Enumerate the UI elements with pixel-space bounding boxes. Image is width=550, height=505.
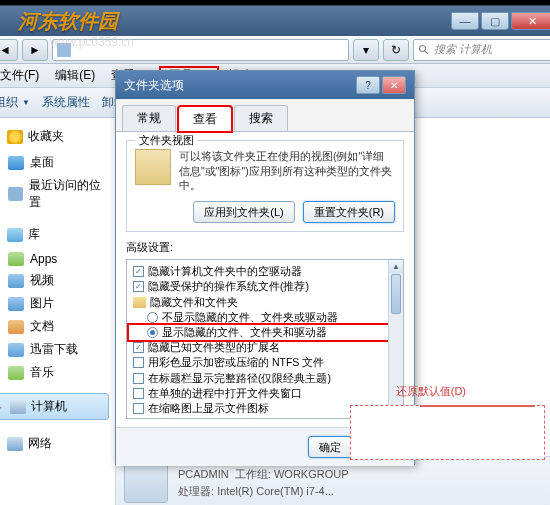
computer-large-icon xyxy=(124,463,168,503)
checkbox[interactable] xyxy=(133,266,144,277)
sidebar-label: 网络 xyxy=(28,435,52,452)
tab-general[interactable]: 常规 xyxy=(122,105,176,131)
sidebar: ▶ 收藏夹 桌面 最近访问的位置 ▶ 库 Apps 视频 图片 文档 迅雷下载 … xyxy=(0,118,116,505)
sidebar-item-music[interactable]: 音乐 xyxy=(0,361,111,384)
tab-view[interactable]: 查看 xyxy=(178,106,232,132)
tool-properties[interactable]: 系统属性 xyxy=(42,94,90,111)
dialog-titlebar: 文件夹选项 ? ✕ xyxy=(116,71,414,99)
setting-label: 隐藏受保护的操作系统文件(推荐) xyxy=(148,279,309,294)
search-placeholder: 搜索 计算机 xyxy=(434,42,492,57)
refresh-button[interactable]: ↻ xyxy=(383,39,409,61)
sidebar-label: 收藏夹 xyxy=(28,128,64,145)
tool-organize[interactable]: 组织▼ xyxy=(0,94,30,111)
details-name: PCADMIN xyxy=(178,468,229,480)
sidebar-item-download[interactable]: 迅雷下载 xyxy=(0,338,111,361)
search-icon xyxy=(418,44,430,56)
sidebar-label: 视频 xyxy=(30,272,54,289)
setting-row[interactable]: 显示隐藏的文件、文件夹和驱动器 xyxy=(129,325,401,340)
setting-label: 隐藏计算机文件夹中的空驱动器 xyxy=(148,264,302,279)
setting-row[interactable]: 用彩色显示加密或压缩的 NTFS 文件 xyxy=(129,355,401,370)
dialog-title: 文件夹选项 xyxy=(124,77,184,94)
scroll-up-icon[interactable]: ▲ xyxy=(389,260,403,273)
apply-to-folders-button[interactable]: 应用到文件夹(L) xyxy=(193,201,294,223)
folder-views-group: 文件夹视图 可以将该文件夹正在使用的视图(例如"详细信息"或"图标")应用到所有… xyxy=(126,140,404,232)
chevron-down-icon: ▶ xyxy=(0,132,2,142)
annotation-box xyxy=(350,405,545,460)
scroll-thumb[interactable] xyxy=(391,274,401,314)
address-dropdown[interactable]: ▾ xyxy=(353,39,379,61)
advanced-settings-list[interactable]: 隐藏计算机文件夹中的空驱动器隐藏受保护的操作系统文件(推荐)隐藏文件和文件夹不显… xyxy=(126,259,404,419)
chevron-right-icon: ▶ xyxy=(0,439,2,449)
setting-row[interactable]: 在单独的进程中打开文件夹窗口 xyxy=(129,386,401,401)
menu-edit[interactable]: 编辑(E) xyxy=(47,66,103,86)
setting-row[interactable]: 隐藏受保护的操作系统文件(推荐) xyxy=(129,279,401,294)
maximize-button[interactable]: ▢ xyxy=(481,12,509,30)
setting-row[interactable]: 隐藏计算机文件夹中的空驱动器 xyxy=(129,264,401,279)
setting-label: 在文件夹提示中显示文件大小信息 xyxy=(148,416,313,419)
back-button[interactable]: ◄ xyxy=(0,39,18,61)
pictures-icon xyxy=(8,297,24,311)
setting-label: 隐藏文件和文件夹 xyxy=(150,295,238,310)
close-button[interactable]: ✕ xyxy=(511,12,550,30)
dialog-help-button[interactable]: ? xyxy=(356,76,380,94)
chevron-down-icon: ▼ xyxy=(22,98,30,107)
chevron-down-icon: ▶ xyxy=(0,230,2,240)
workgroup-label: 工作组: xyxy=(235,468,271,480)
sidebar-label: 库 xyxy=(28,226,40,243)
ok-button[interactable]: 确定 xyxy=(308,436,352,458)
sidebar-item-documents[interactable]: 文档 xyxy=(0,315,111,338)
sidebar-item-pictures[interactable]: 图片 xyxy=(0,292,111,315)
sidebar-computer[interactable]: ▶ 计算机 xyxy=(0,393,109,420)
forward-button[interactable]: ► xyxy=(22,39,48,61)
network-icon xyxy=(7,437,23,451)
checkbox[interactable] xyxy=(133,373,144,384)
setting-row[interactable]: 不显示隐藏的文件、文件夹或驱动器 xyxy=(129,310,401,325)
star-icon xyxy=(7,130,23,144)
sidebar-network[interactable]: ▶ 网络 xyxy=(0,431,111,456)
checkbox[interactable] xyxy=(133,388,144,399)
sidebar-label: 文档 xyxy=(30,318,54,335)
chevron-right-icon: ▶ xyxy=(0,402,5,412)
checkbox[interactable] xyxy=(133,357,144,368)
checkbox[interactable] xyxy=(133,281,144,292)
sidebar-desktop[interactable]: 桌面 xyxy=(0,151,111,174)
setting-row[interactable]: 隐藏文件和文件夹 xyxy=(129,295,401,310)
minimize-button[interactable]: — xyxy=(451,12,479,30)
cpu-label: 处理器: xyxy=(178,485,214,497)
sidebar-label: 迅雷下载 xyxy=(30,341,78,358)
setting-label: 显示隐藏的文件、文件夹和驱动器 xyxy=(162,325,327,340)
radio[interactable] xyxy=(147,312,158,323)
workgroup-value: WORKGROUP xyxy=(274,468,349,480)
documents-icon xyxy=(8,320,24,334)
menu-file[interactable]: 文件(F) xyxy=(0,66,47,86)
sidebar-recent[interactable]: 最近访问的位置 xyxy=(0,174,111,214)
tab-search[interactable]: 搜索 xyxy=(234,105,288,131)
watermark-url: www.pc0359.cn xyxy=(50,35,134,49)
reset-folders-button[interactable]: 重置文件夹(R) xyxy=(303,201,395,223)
advanced-label: 高级设置: xyxy=(126,240,404,255)
sidebar-label: 最近访问的位置 xyxy=(29,177,109,211)
search-input[interactable]: 搜索 计算机 xyxy=(413,39,550,61)
setting-row[interactable]: 在标题栏显示完整路径(仅限经典主题) xyxy=(129,371,401,386)
group-title: 文件夹视图 xyxy=(135,133,198,148)
checkbox[interactable] xyxy=(133,342,144,353)
sidebar-favorites[interactable]: ▶ 收藏夹 xyxy=(0,124,111,149)
sidebar-label: 音乐 xyxy=(30,364,54,381)
svg-point-0 xyxy=(420,45,426,51)
sidebar-libraries[interactable]: ▶ 库 xyxy=(0,222,111,247)
dialog-close-button[interactable]: ✕ xyxy=(382,76,406,94)
setting-row[interactable]: 隐藏已知文件类型的扩展名 xyxy=(129,340,401,355)
setting-label: 不显示隐藏的文件、文件夹或驱动器 xyxy=(162,310,338,325)
sidebar-item-apps[interactable]: Apps xyxy=(0,249,111,269)
cpu-value: Intel(R) Core(TM) i7-4... xyxy=(217,485,334,497)
annotation-text: 还原默认值(D) xyxy=(396,384,466,399)
svg-line-1 xyxy=(425,50,428,53)
checkbox[interactable] xyxy=(133,403,144,414)
checkbox[interactable] xyxy=(133,418,144,419)
watermark-text: 河东软件园 xyxy=(18,8,118,35)
videos-icon xyxy=(8,274,24,288)
radio[interactable] xyxy=(147,327,158,338)
desktop-icon xyxy=(8,156,24,170)
sidebar-item-videos[interactable]: 视频 xyxy=(0,269,111,292)
folder-icon xyxy=(133,297,146,308)
